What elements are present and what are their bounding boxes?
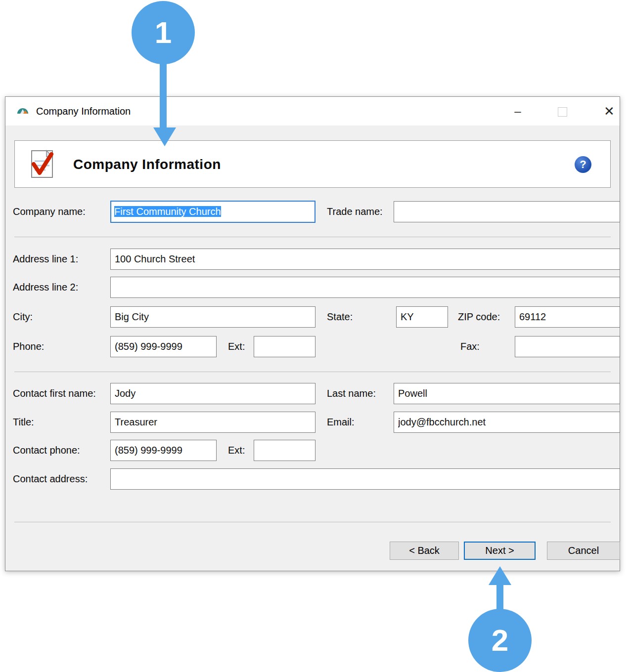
last-name-input[interactable] (394, 383, 620, 404)
contact-address-input[interactable] (110, 468, 620, 490)
city-input[interactable] (110, 306, 315, 328)
city-label: City: (13, 306, 33, 328)
minimize-button[interactable]: – (502, 97, 533, 126)
screenshot-stage: Company Information – ✕ Company Informat… (0, 0, 630, 672)
email-label: Email: (327, 411, 355, 433)
phone-label: Phone: (13, 336, 44, 358)
state-input[interactable] (396, 306, 448, 328)
callout-2-arrow-line (496, 583, 503, 611)
contact-ext-label: Ext: (228, 439, 245, 462)
address-line1-input[interactable] (110, 249, 620, 270)
contact-phone-label: Contact phone: (13, 439, 80, 462)
title-bar: Company Information – ✕ (5, 97, 620, 126)
address-line1-label: Address line 1: (13, 248, 78, 270)
contact-address-label: Contact address: (13, 468, 88, 490)
maximize-button[interactable] (547, 97, 578, 126)
phone-input[interactable] (110, 336, 217, 357)
zip-code-label: ZIP code: (458, 306, 500, 328)
next-button[interactable]: Next > (464, 542, 536, 560)
last-name-label: Last name: (327, 382, 376, 405)
email-input[interactable] (394, 412, 620, 433)
title-label: Title: (13, 411, 34, 433)
window-title: Company Information (36, 97, 131, 126)
company-name-label: Company name: (13, 201, 86, 223)
contact-ext-input[interactable] (254, 440, 315, 461)
separator-3 (14, 522, 611, 522)
trade-name-input[interactable] (394, 201, 620, 222)
phone-ext-label: Ext: (228, 336, 245, 358)
close-button[interactable]: ✕ (594, 97, 625, 126)
page-title: Company Information (73, 141, 221, 188)
callout-1-arrow-line (160, 62, 167, 128)
trade-name-label: Trade name: (327, 201, 383, 223)
separator-2 (14, 372, 611, 372)
phone-ext-input[interactable] (254, 336, 315, 357)
state-label: State: (327, 306, 353, 328)
separator-1 (14, 237, 611, 237)
app-logo-icon (16, 105, 29, 118)
dialog-header: Company Information ? (14, 140, 611, 188)
fax-label: Fax: (460, 336, 480, 358)
contact-phone-input[interactable] (110, 440, 217, 461)
maximize-icon (558, 107, 567, 117)
cancel-button[interactable]: Cancel (547, 542, 620, 560)
zip-code-input[interactable] (515, 306, 620, 328)
company-name-input[interactable]: First Community Church (110, 201, 315, 223)
callout-2-arrowhead-icon (489, 566, 511, 585)
back-button[interactable]: < Back (390, 542, 459, 560)
contact-first-name-input[interactable] (110, 383, 315, 404)
company-information-dialog: Company Information – ✕ Company Informat… (5, 96, 620, 571)
callout-1-arrowhead-icon (153, 127, 176, 146)
fax-input[interactable] (515, 336, 620, 357)
title-input[interactable] (110, 412, 315, 433)
document-check-icon (29, 149, 57, 179)
address-line2-input[interactable] (110, 277, 620, 298)
callout-2-badge: 2 (468, 609, 532, 672)
help-icon[interactable]: ? (575, 156, 591, 173)
address-line2-label: Address line 2: (13, 276, 78, 298)
contact-first-name-label: Contact first name: (13, 382, 96, 405)
callout-1-badge: 1 (132, 1, 195, 64)
company-name-selected-text: First Community Church (114, 206, 221, 217)
